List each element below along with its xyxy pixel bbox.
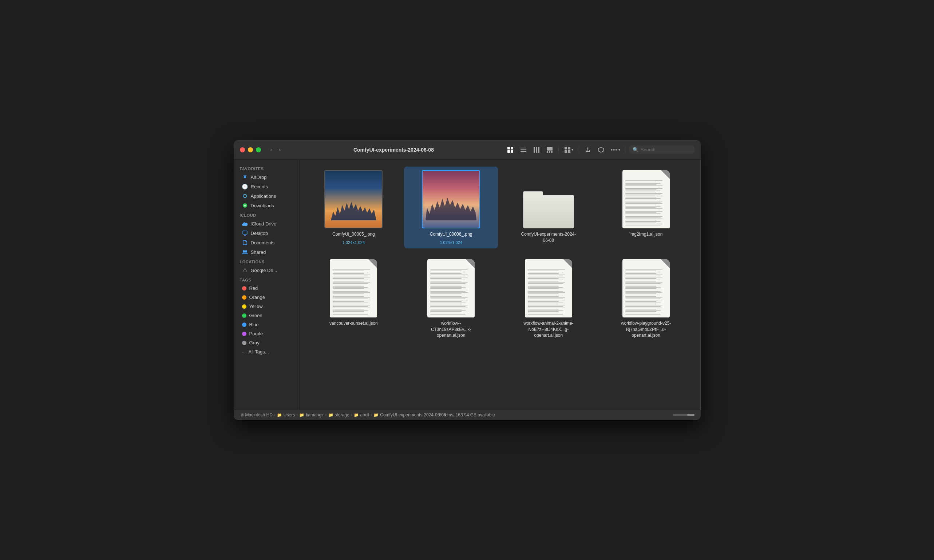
sidebar-label-shared: Shared <box>251 249 266 255</box>
svg-rect-10 <box>547 147 553 151</box>
search-input[interactable] <box>641 147 691 152</box>
maximize-button[interactable] <box>256 147 261 152</box>
share-button[interactable] <box>582 145 594 155</box>
sep4: › <box>371 412 372 417</box>
sidebar-item-green[interactable]: Green <box>236 311 297 320</box>
view-columns-button[interactable] <box>531 145 542 155</box>
sidebar-item-yellow[interactable]: Yellow <box>236 302 297 311</box>
file-thumb-0 <box>324 170 383 228</box>
desktop-icon <box>242 230 248 236</box>
macintosh-icon: 🖥 <box>240 413 244 417</box>
file-item-6[interactable]: workflow-animal-2-anime-NoE7zH8tJ4KlrX..… <box>502 255 596 342</box>
doc-lines-3 <box>625 180 667 225</box>
scroll-thumb <box>687 414 695 416</box>
svg-rect-5 <box>520 149 526 150</box>
sidebar-item-applications[interactable]: Applications <box>236 191 297 201</box>
svg-rect-6 <box>520 151 526 152</box>
sidebar-label-airdrop: AirDrop <box>251 175 267 180</box>
sidebar-item-recents[interactable]: 🕐 Recents <box>236 182 297 191</box>
separator3 <box>626 146 626 154</box>
sidebar-label-recents: Recents <box>251 184 268 189</box>
sidebar-item-all-tags[interactable]: ··· All Tags... <box>236 347 297 356</box>
scroll-indicator[interactable] <box>673 414 695 416</box>
toolbar-icons: ▾ ••• ▾ 🔍 <box>505 145 695 155</box>
breadcrumb-storage[interactable]: 📁 storage <box>328 412 349 417</box>
search-bar[interactable]: 🔍 <box>629 145 695 154</box>
breadcrumb-current[interactable]: 📁 ComfyUI-experiments-2024-06-08 <box>374 412 446 417</box>
file-item-7[interactable]: workflow-playground-v25-Rj7haGmd0ZPtF...… <box>599 255 693 342</box>
sidebar-item-red[interactable]: Red <box>236 284 297 293</box>
svg-rect-13 <box>551 151 553 153</box>
sidebar-label-icloud-drive: iCloud Drive <box>251 221 276 226</box>
file-item-4[interactable]: vancouver-sunset.ai.json <box>307 255 401 342</box>
back-button[interactable]: ‹ <box>268 145 275 155</box>
sidebar-item-airdrop[interactable]: AirDrop <box>236 172 297 182</box>
more-button[interactable]: ••• ▾ <box>608 145 623 155</box>
abcli-folder-icon: 📁 <box>354 413 359 417</box>
image-city2 <box>422 170 480 228</box>
sidebar-item-orange[interactable]: Orange <box>236 293 297 302</box>
minimize-button[interactable] <box>248 147 253 152</box>
breadcrumb-users[interactable]: 📁 Users <box>277 412 295 417</box>
sidebar-item-downloads[interactable]: Downloads <box>236 201 297 210</box>
googledrive-icon <box>242 267 248 273</box>
file-item-0[interactable]: ComfyUI_00005_.png 1,024×1,024 <box>307 166 401 248</box>
red-dot <box>242 286 246 291</box>
file-item-3[interactable]: Img2Img1.ai.json <box>599 166 693 248</box>
file-name-6: workflow-animal-2-anime-NoE7zH8tJ4KlrX..… <box>519 320 577 338</box>
breadcrumb: 🖥 Macintosh HD › 📁 Users › 📁 kamangir › … <box>240 412 446 417</box>
file-item-5[interactable]: workflow--CT3hL9sAP3kEv...k-openart.ai.j… <box>404 255 498 342</box>
titlebar: ‹ › ComfyUI-experiments-2024-06-08 <box>234 140 700 159</box>
file-thumb-3 <box>617 170 675 228</box>
recents-icon: 🕐 <box>242 184 248 189</box>
tag-label-gray: Gray <box>249 340 259 345</box>
view-list-button[interactable] <box>517 145 529 155</box>
svg-marker-18 <box>598 147 604 152</box>
sidebar-item-purple[interactable]: Purple <box>236 329 297 338</box>
svg-rect-1 <box>511 147 513 149</box>
sidebar-label-documents: Documents <box>251 240 275 245</box>
svg-rect-9 <box>538 147 539 153</box>
file-name-7: workflow-playground-v25-Rj7haGmd0ZPtF...… <box>617 320 675 338</box>
close-button[interactable] <box>240 147 245 152</box>
sidebar-item-desktop[interactable]: Desktop <box>236 228 297 238</box>
breadcrumb-kamangir[interactable]: 📁 kamangir <box>299 412 324 417</box>
tag-button[interactable] <box>595 145 607 155</box>
image-city1 <box>324 170 383 228</box>
separator1 <box>558 146 559 154</box>
sidebar-item-googledrive[interactable]: Google Dri... <box>236 265 297 275</box>
file-item-2[interactable]: ComfyUI-experiments-2024-06-08 <box>502 166 596 248</box>
breadcrumb-abcli[interactable]: 📁 abcli <box>354 412 369 417</box>
view-grid-button[interactable] <box>505 145 516 155</box>
locations-label: Locations <box>234 257 299 265</box>
tag-label-blue: Blue <box>249 322 259 327</box>
sidebar-item-documents[interactable]: Documents <box>236 238 297 247</box>
finder-window: ‹ › ComfyUI-experiments-2024-06-08 <box>234 140 701 420</box>
forward-button[interactable]: › <box>276 145 283 155</box>
breadcrumb-macintosh[interactable]: 🖥 Macintosh HD <box>240 412 273 417</box>
tag-label-purple: Purple <box>249 331 263 336</box>
file-area[interactable]: ComfyUI_00005_.png 1,024×1,024 ComfyUI_0… <box>299 159 700 410</box>
file-item-1[interactable]: ComfyUI_00006_.png 1,024×1,024 <box>404 166 498 248</box>
sep2: › <box>326 412 327 417</box>
svg-rect-0 <box>507 147 510 149</box>
svg-rect-21 <box>243 231 247 234</box>
svg-rect-8 <box>536 147 537 153</box>
sidebar-item-gray[interactable]: Gray <box>236 338 297 347</box>
blue-dot <box>242 323 246 327</box>
doc-icon-3 <box>622 170 670 228</box>
svg-marker-24 <box>243 268 247 272</box>
search-icon: 🔍 <box>633 147 638 152</box>
status-text: 8 items, 163.94 GB available <box>439 412 495 417</box>
gray-dot <box>242 341 246 345</box>
sidebar-item-icloud-drive[interactable]: iCloud Drive <box>236 219 297 228</box>
sidebar-item-blue[interactable]: Blue <box>236 320 297 329</box>
group-button[interactable]: ▾ <box>562 145 576 155</box>
breadcrumb-label-kamangir: kamangir <box>306 412 324 417</box>
svg-rect-16 <box>565 150 567 153</box>
tag-label-red: Red <box>249 285 258 291</box>
sidebar-item-shared[interactable]: Shared <box>236 247 297 257</box>
svg-rect-3 <box>511 150 513 153</box>
svg-point-19 <box>244 176 246 178</box>
view-gallery-button[interactable] <box>544 145 556 155</box>
